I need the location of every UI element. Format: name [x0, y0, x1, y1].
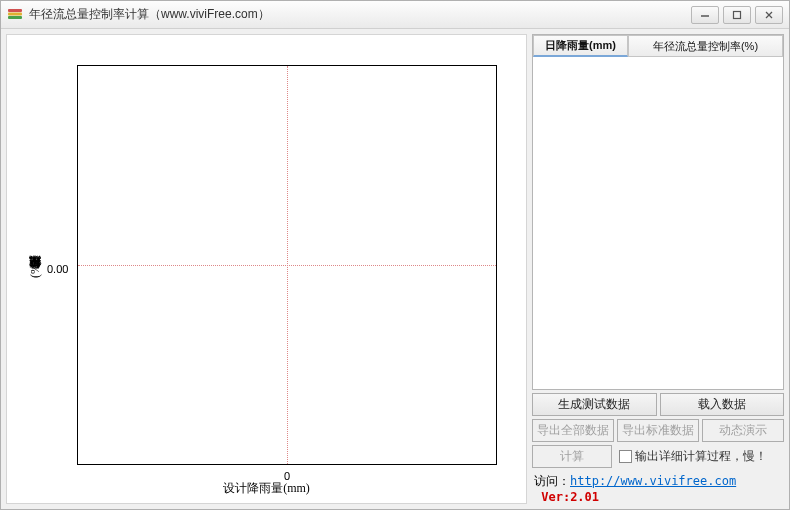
close-button[interactable]: [755, 6, 783, 24]
footer: 访问：http://www.vivifree.com Ver:2.01: [532, 471, 784, 504]
svg-rect-0: [8, 16, 22, 19]
table-body[interactable]: [533, 57, 783, 389]
col-rainfall[interactable]: 日降雨量(mm): [533, 35, 628, 57]
y-tick-0: 0.00: [47, 263, 68, 275]
svg-rect-1: [8, 12, 22, 15]
y-axis-label: 年径流总量控制率(%): [27, 260, 44, 278]
titlebar: 年径流总量控制率计算（www.viviFree.com）: [1, 1, 789, 29]
svg-rect-4: [734, 11, 741, 18]
minimize-button[interactable]: [691, 6, 719, 24]
minimize-icon: [700, 10, 710, 20]
svg-rect-2: [8, 9, 22, 12]
maximize-icon: [732, 10, 742, 20]
footer-link[interactable]: http://www.vivifree.com: [570, 474, 736, 488]
calculate-button[interactable]: 计算: [532, 445, 612, 468]
verbose-label: 输出详细计算过程，慢！: [635, 448, 767, 465]
content-area: 年径流总量控制率(%) 0.00 0 设计降雨量(mm) 日降雨量(mm) 年径…: [1, 29, 789, 509]
chart-plot-area[interactable]: 0: [77, 65, 497, 465]
side-panel: 日降雨量(mm) 年径流总量控制率(%) 生成测试数据 载入数据 导出全部数据 …: [532, 34, 784, 504]
x-axis-label: 设计降雨量(mm): [223, 480, 310, 497]
data-table[interactable]: 日降雨量(mm) 年径流总量控制率(%): [532, 34, 784, 390]
col-control-rate[interactable]: 年径流总量控制率(%): [628, 35, 783, 57]
window-controls: [691, 6, 783, 24]
window-title: 年径流总量控制率计算（www.viviFree.com）: [29, 6, 691, 23]
animate-button[interactable]: 动态演示: [702, 419, 784, 442]
chart-panel: 年径流总量控制率(%) 0.00 0 设计降雨量(mm): [6, 34, 527, 504]
table-header: 日降雨量(mm) 年径流总量控制率(%): [533, 35, 783, 57]
close-icon: [764, 10, 774, 20]
load-data-button[interactable]: 载入数据: [660, 393, 785, 416]
export-all-button[interactable]: 导出全部数据: [532, 419, 614, 442]
app-window: 年径流总量控制率计算（www.viviFree.com） 年径流总量控制率(%)…: [0, 0, 790, 510]
maximize-button[interactable]: [723, 6, 751, 24]
app-icon: [7, 7, 23, 23]
export-standard-button[interactable]: 导出标准数据: [617, 419, 699, 442]
verbose-checkbox[interactable]: [619, 450, 632, 463]
generate-test-data-button[interactable]: 生成测试数据: [532, 393, 657, 416]
crosshair-horizontal: [78, 265, 496, 266]
version-label: Ver:2.01: [541, 490, 599, 504]
footer-prefix: 访问：: [534, 474, 570, 488]
